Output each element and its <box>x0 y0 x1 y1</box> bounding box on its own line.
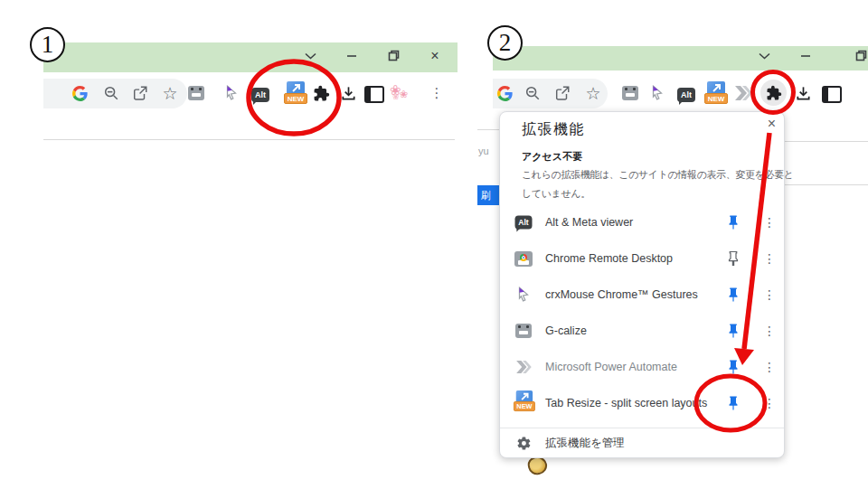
manage-extensions-label: 拡張機能を管理 <box>545 428 625 458</box>
popup-title: 拡張機能 <box>522 120 585 139</box>
side-panel-icon[interactable] <box>363 83 385 105</box>
row-menu-icon[interactable]: ⋮ <box>763 277 776 313</box>
step-number-1: 1 <box>30 27 65 62</box>
popup-section-body-line1: これらの拡張機能は、このサイトの情報の表示、変更を必要と <box>522 168 793 182</box>
pin-outline-icon[interactable] <box>725 250 741 267</box>
row-menu-icon[interactable]: ⋮ <box>763 204 776 240</box>
chrome-remote-desktop-icon <box>513 240 534 277</box>
gear-icon <box>513 428 534 458</box>
bookmark-star-icon[interactable]: ☆ <box>159 82 181 104</box>
pin-icon[interactable] <box>725 287 741 303</box>
tutorial-figure: × ☆ Alt NEW ❀❀❀ ⋮ <box>0 0 868 489</box>
crxmouse-icon <box>513 277 534 313</box>
row-menu-icon[interactable]: ⋮ <box>763 349 776 385</box>
close-window-button[interactable]: × <box>427 48 443 64</box>
new-badge: NEW <box>704 93 728 104</box>
extension-row[interactable]: G-calize ⋮ <box>500 313 784 349</box>
tab-resize-icon: NEW <box>513 383 534 419</box>
downloads-icon[interactable] <box>337 82 359 104</box>
google-favicon <box>494 82 515 104</box>
alt-meta-viewer-toolbar-icon[interactable]: Alt <box>675 84 697 106</box>
extensions-popup: 拡張機能 × アクセス不要 これらの拡張機能は、このサイトの情報の表示、変更を必… <box>499 111 785 458</box>
alt-meta-viewer-icon: Alt <box>513 204 534 240</box>
extension-name: Chrome Remote Desktop <box>545 240 673 277</box>
close-icon[interactable]: × <box>768 116 776 132</box>
row-menu-icon[interactable]: ⋮ <box>763 385 776 421</box>
background-page-text: yu <box>478 146 489 156</box>
zoom-out-icon[interactable] <box>100 82 122 104</box>
pin-icon[interactable] <box>725 359 741 375</box>
extensions-puzzle-icon[interactable] <box>760 80 787 106</box>
downloads-icon[interactable] <box>792 82 814 104</box>
background-page-line <box>477 129 501 130</box>
extension-row[interactable]: NEW Tab Resize - split screen layouts ⋮ <box>500 385 784 421</box>
g-calize-icon <box>513 313 534 349</box>
chrome-menu-icon[interactable]: ⋮ <box>426 82 448 104</box>
page-divider <box>43 139 455 140</box>
g-calize-toolbar-icon[interactable] <box>185 82 207 104</box>
share-icon[interactable] <box>552 82 573 104</box>
alt-badge-label: Alt <box>677 88 695 102</box>
zoom-out-icon[interactable] <box>522 82 543 104</box>
background-page-line <box>779 141 868 142</box>
side-panel-icon[interactable] <box>821 83 843 105</box>
extension-name: Microsoft Power Automate <box>545 349 677 385</box>
new-badge: NEW <box>284 93 307 104</box>
minimize-button[interactable] <box>344 48 360 64</box>
bookmark-star-icon[interactable]: ☆ <box>582 82 604 104</box>
pin-icon[interactable] <box>725 395 741 411</box>
pin-icon[interactable] <box>725 214 741 230</box>
extensions-puzzle-icon[interactable] <box>310 82 332 104</box>
manage-extensions-item[interactable]: 拡張機能を管理 <box>500 428 784 458</box>
crxmouse-toolbar-icon[interactable] <box>646 82 668 104</box>
g-calize-toolbar-icon[interactable] <box>619 82 641 104</box>
step-number-2: 2 <box>487 25 523 61</box>
row-menu-icon[interactable]: ⋮ <box>763 240 776 277</box>
extension-name: Alt & Meta viewer <box>545 204 633 240</box>
power-automate-icon <box>513 349 534 385</box>
popup-section-body-line2: していません。 <box>522 187 590 201</box>
background-page-line <box>779 184 868 185</box>
extension-name: G-calize <box>545 313 587 349</box>
sakura-flower-icon[interactable]: ❀❀❀ <box>390 83 411 105</box>
tab-resize-toolbar-icon[interactable]: NEW <box>704 81 728 105</box>
tab-resize-toolbar-icon[interactable]: NEW <box>284 81 307 105</box>
alt-meta-viewer-toolbar-icon[interactable]: Alt <box>250 84 271 106</box>
extension-row[interactable]: Alt Alt & Meta viewer ⋮ <box>500 204 784 240</box>
alt-badge-label: Alt <box>251 88 269 102</box>
pin-icon[interactable] <box>725 323 741 339</box>
share-icon[interactable] <box>129 82 151 104</box>
minimize-button[interactable] <box>797 48 814 64</box>
popup-section-title: アクセス不要 <box>522 150 582 164</box>
row-menu-icon[interactable]: ⋮ <box>763 313 776 349</box>
crxmouse-toolbar-icon[interactable] <box>221 82 242 104</box>
restore-button[interactable] <box>853 47 868 63</box>
extension-name: Tab Resize - split screen layouts <box>545 385 707 421</box>
extension-row[interactable]: Microsoft Power Automate ⋮ <box>500 349 784 385</box>
extension-row[interactable]: Chrome Remote Desktop ⋮ <box>500 240 784 277</box>
tab-search-chevron-icon[interactable] <box>756 48 772 64</box>
background-page-button: 刷 <box>477 185 502 205</box>
extension-name: crxMouse Chrome™ Gestures <box>545 277 698 313</box>
google-favicon <box>69 82 90 104</box>
restore-button[interactable] <box>385 47 401 63</box>
power-automate-toolbar-icon[interactable] <box>732 82 754 104</box>
tab-search-chevron-icon[interactable] <box>302 48 318 64</box>
extension-row[interactable]: crxMouse Chrome™ Gestures ⋮ <box>500 277 784 313</box>
